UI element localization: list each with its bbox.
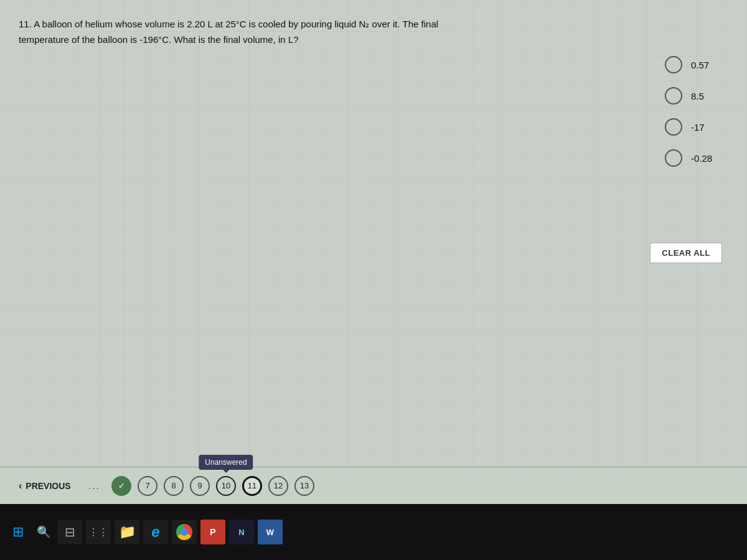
option-4[interactable]: -0.28 [665,149,722,167]
nav-label-13: 13 [300,481,309,490]
chrome-icon [176,524,192,540]
notepad-button[interactable]: N [229,520,254,544]
question-line1: 11. A balloon of helium whose volume is … [19,17,641,32]
powerpoint-button[interactable]: P [200,520,225,544]
chrome-button[interactable] [172,520,197,544]
taskbar: ⊞ 🔍 ⊟ ⋮⋮ 📁 e P N W [0,504,747,560]
nav-label-8: 8 [171,481,176,490]
option-value-057: 0.57 [691,60,722,70]
taskview-icon: ⊟ [65,525,75,539]
nav-item-7[interactable]: 7 [138,476,157,496]
windows-icon: ⊞ [12,524,24,540]
apps-icon: ⋮⋮ [88,526,108,538]
radio-85[interactable] [665,87,682,105]
word-button[interactable]: W [258,520,283,544]
nav-label-11: 11 [248,481,256,490]
file-explorer-button[interactable]: 📁 [115,520,139,544]
nav-item-12[interactable]: 12 [268,476,288,496]
answer-options: 0.57 8.5 -17 -0.28 [665,56,722,167]
radio-neg17[interactable] [665,118,682,136]
nav-item-10[interactable]: Unanswered 10 [216,476,236,496]
option-2[interactable]: 8.5 [665,87,722,105]
nav-item-6[interactable]: ✓ [111,476,131,496]
edge-button[interactable]: e [143,520,168,544]
option-3[interactable]: -17 [665,118,722,136]
apps-button[interactable]: ⋮⋮ [86,520,111,544]
option-value-85: 8.5 [691,91,722,101]
nav-item-11[interactable]: 11 [242,476,262,496]
option-value-neg028: -0.28 [691,153,722,164]
radio-neg028[interactable] [665,149,682,167]
main-content: 11. A balloon of helium whose volume is … [0,0,747,504]
windows-start-button[interactable]: ⊞ [6,520,30,544]
question-line2: temperature of the balloon is -196°C. Wh… [19,33,641,47]
nav-label-12: 12 [274,481,283,490]
search-icon: 🔍 [37,525,50,539]
nav-label-6: ✓ [118,481,125,490]
nav-label-9: 9 [197,481,202,490]
folder-icon: 📁 [119,524,136,540]
nav-item-9[interactable]: 9 [190,476,210,496]
radio-057[interactable] [665,56,682,73]
nav-dots: ... [88,480,100,492]
nav-item-8[interactable]: 8 [164,476,184,496]
nav-label-7: 7 [145,481,149,490]
edge-icon: e [151,523,159,541]
option-value-neg17: -17 [691,122,722,133]
notepad-icon: N [238,528,244,537]
clear-all-button[interactable]: CLEAR ALL [650,243,722,263]
nav-label-10: 10 [222,481,230,490]
question-container: 11. A balloon of helium whose volume is … [19,17,641,47]
powerpoint-icon: P [210,527,215,537]
bottom-navigation: ‹ PREVIOUS ... ✓ 7 8 9 Unanswered 10 11 [0,467,747,504]
nav-item-13[interactable]: 13 [294,476,314,496]
search-button[interactable]: 🔍 [34,522,54,542]
word-icon: W [266,528,274,537]
previous-label: PREVIOUS [26,481,70,491]
previous-icon: ‹ [19,480,22,492]
unanswered-tooltip: Unanswered [199,455,253,470]
previous-button[interactable]: ‹ PREVIOUS [12,477,77,495]
option-1[interactable]: 0.57 [665,56,722,73]
taskview-button[interactable]: ⊟ [57,520,82,544]
